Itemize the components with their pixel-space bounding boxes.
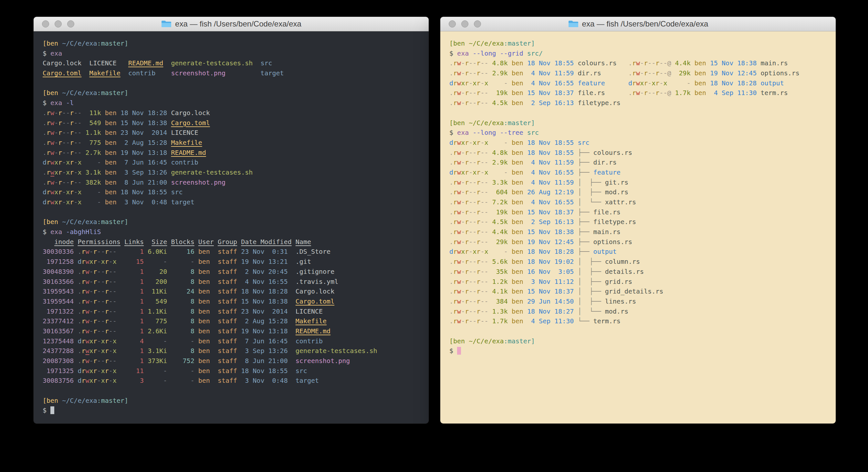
terminal-text-segment: w bbox=[457, 89, 461, 97]
terminal-text-segment: . bbox=[450, 278, 453, 286]
terminal-text-segment: exa bbox=[51, 228, 62, 236]
text-cursor bbox=[51, 406, 54, 414]
terminal-text-segment: details.rs bbox=[605, 268, 644, 275]
terminal-text-segment: ben bbox=[508, 79, 523, 87]
terminal-output[interactable]: [ben ~/C/e/exa:master]$ exaCargo.lock LI… bbox=[34, 31, 429, 423]
terminal-text-segment: - bbox=[113, 297, 117, 305]
terminal-text-segment: r bbox=[105, 317, 109, 325]
terminal-text-segment: - bbox=[90, 287, 93, 295]
terminal-text-segment: - bbox=[54, 129, 58, 137]
terminal-text-segment: r bbox=[105, 327, 109, 335]
terminal-text-segment: w bbox=[85, 307, 89, 315]
terminal-text-segment: w bbox=[457, 248, 461, 256]
terminal-text-segment: . bbox=[43, 129, 46, 137]
terminal-text-segment: 18 Nov 18:28 bbox=[117, 109, 171, 117]
terminal-text-segment: . bbox=[43, 149, 46, 156]
terminal-text-segment: 15 Nov 18:38 bbox=[237, 297, 296, 305]
terminal-text-segment: staff bbox=[210, 337, 237, 345]
terminal-text-segment: d bbox=[450, 169, 453, 176]
terminal-text-segment: 18 Nov 18:28 bbox=[523, 248, 578, 256]
terminal-line: .rw-r--r-- 2.7k ben 19 Nov 13:18 README.… bbox=[43, 148, 429, 158]
terminal-text-segment: 1 bbox=[117, 278, 144, 286]
terminal-text-segment: x bbox=[461, 139, 465, 146]
terminal-text-segment: 775 bbox=[144, 317, 167, 325]
terminal-text-segment: LICENCE bbox=[90, 59, 117, 67]
terminal-text-segment: ben bbox=[194, 347, 210, 355]
terminal-text-segment: r bbox=[82, 367, 85, 375]
terminal-text-segment: generate-testcases.sh bbox=[171, 169, 253, 176]
terminal-text-segment: x bbox=[78, 198, 82, 206]
terminal-text-segment: r bbox=[644, 79, 648, 87]
terminal-text-segment: 3 Nov 11:12 bbox=[523, 278, 578, 286]
terminal-line: .rw-r--r-- 549 ben 15 Nov 18:38 Cargo.to… bbox=[43, 118, 429, 128]
terminal-text-segment: Cargo.lock bbox=[171, 109, 210, 117]
terminal-text-segment: . bbox=[450, 178, 453, 186]
terminal-text-segment: $ bbox=[43, 406, 51, 414]
terminal-text-segment: r bbox=[70, 188, 74, 196]
terminal-text-segment: . bbox=[78, 347, 82, 355]
terminal-text-segment: - bbox=[484, 198, 488, 206]
terminal-text-segment: target bbox=[171, 198, 194, 206]
close-button[interactable] bbox=[449, 20, 456, 28]
terminal-text-segment: - bbox=[78, 119, 82, 127]
terminal-text-segment: . bbox=[78, 248, 82, 256]
terminal-text-segment: - bbox=[74, 109, 78, 117]
minimize-button[interactable] bbox=[461, 20, 468, 28]
terminal-text-segment: ben bbox=[101, 129, 117, 137]
terminal-text-segment: - bbox=[469, 228, 473, 236]
titlebar[interactable]: exa — fish /Users/ben/Code/exa/exa bbox=[440, 17, 836, 31]
terminal-text-segment: - bbox=[101, 357, 105, 365]
terminal-text-segment: r bbox=[465, 228, 469, 236]
terminal-text-segment: Group bbox=[218, 238, 237, 246]
terminal-output[interactable]: [ben ~/C/e/exa:master]$ exa --long --gri… bbox=[440, 31, 836, 423]
terminal-text-segment: - bbox=[167, 258, 194, 265]
terminal-text-segment: r bbox=[82, 287, 85, 295]
terminal-text-segment: ├── bbox=[578, 228, 593, 236]
terminal-text-segment: r bbox=[105, 278, 109, 286]
terminal-text-segment bbox=[74, 238, 78, 246]
terminal-text-segment: ben bbox=[691, 89, 706, 97]
terminal-text-segment: 2.7k bbox=[82, 149, 101, 156]
terminal-line: $ exa -l bbox=[43, 98, 429, 108]
terminal-text-segment: ├── bbox=[578, 149, 593, 156]
terminal-text-segment: - bbox=[488, 139, 507, 146]
terminal-text-segment: │ └── bbox=[578, 198, 605, 206]
terminal-text-segment: $ bbox=[43, 50, 51, 57]
terminal-text-segment: file.rs bbox=[578, 89, 605, 97]
terminal-text-segment: ben bbox=[508, 228, 523, 236]
terminal-text-segment: d bbox=[43, 198, 46, 206]
terminal-text-segment: r bbox=[453, 297, 457, 305]
terminal-text-segment: r bbox=[453, 89, 457, 97]
terminal-text-segment: --long --grid bbox=[469, 50, 523, 57]
terminal-text-segment bbox=[74, 297, 78, 305]
terminal-text-segment: staff bbox=[210, 268, 237, 275]
zoom-button[interactable] bbox=[67, 20, 74, 28]
terminal-text-segment: r bbox=[58, 188, 62, 196]
terminal-text-segment: README.md bbox=[171, 149, 206, 156]
terminal-text-segment: r bbox=[453, 268, 457, 275]
terminal-text-segment: 1 bbox=[117, 347, 144, 355]
close-button[interactable] bbox=[42, 20, 49, 28]
terminal-text-segment: src bbox=[260, 59, 272, 67]
terminal-text-segment: d bbox=[43, 188, 46, 196]
terminal-text-segment: r bbox=[46, 198, 51, 206]
terminal-text-segment bbox=[194, 238, 198, 246]
terminal-text-segment: - bbox=[109, 278, 113, 286]
titlebar[interactable]: exa — fish /Users/ben/Code/exa/exa bbox=[34, 17, 429, 31]
terminal-text-segment: 30048390 bbox=[43, 268, 74, 275]
terminal-line: [ben ~/C/e/exa:master] bbox=[450, 118, 836, 128]
terminal-text-segment: - bbox=[97, 307, 101, 315]
terminal-text-segment: r bbox=[632, 59, 636, 67]
terminal-text-segment: x bbox=[113, 377, 117, 384]
terminal-text-segment: x bbox=[66, 198, 70, 206]
terminal-text-segment: - bbox=[101, 278, 105, 286]
terminal-text-segment: └── bbox=[578, 317, 593, 325]
terminal-text-segment: w bbox=[457, 79, 461, 87]
terminal-text-segment: x bbox=[54, 188, 58, 196]
terminal-text-segment: w bbox=[85, 337, 89, 345]
zoom-button[interactable] bbox=[474, 20, 481, 28]
terminal-text-segment: r bbox=[453, 258, 457, 265]
terminal-text-segment: . bbox=[78, 327, 82, 335]
terminal-text-segment: 4.4k bbox=[671, 59, 691, 67]
minimize-button[interactable] bbox=[55, 20, 62, 28]
